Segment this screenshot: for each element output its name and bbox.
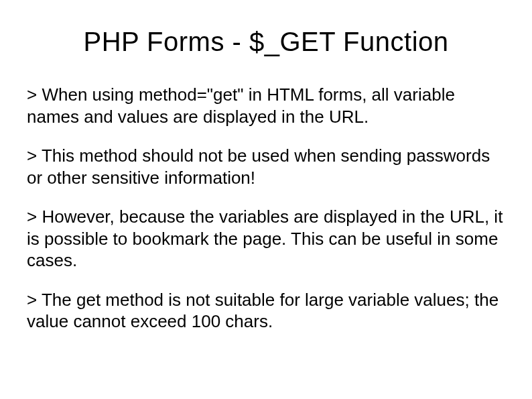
page-title: PHP Forms - $_GET Function xyxy=(27,27,505,57)
bullet-item: > The get method is not suitable for lar… xyxy=(27,289,505,333)
bullet-item: > This method should not be used when se… xyxy=(27,145,505,188)
slide: PHP Forms - $_GET Function > When using … xyxy=(0,0,532,399)
bullet-text: The get method is not suitable for large… xyxy=(27,290,498,332)
bullet-item: > However, because the variables are dis… xyxy=(27,206,505,272)
bullet-marker: > xyxy=(27,146,42,166)
bullet-item: > When using method="get" in HTML forms,… xyxy=(27,84,505,127)
bullet-text: However, because the variables are displ… xyxy=(27,207,503,270)
bullet-marker: > xyxy=(27,207,42,227)
bullet-text: When using method="get" in HTML forms, a… xyxy=(27,84,455,127)
bullet-marker: > xyxy=(27,84,42,105)
bullet-text: This method should not be used when send… xyxy=(27,146,490,188)
bullet-marker: > xyxy=(27,290,42,310)
